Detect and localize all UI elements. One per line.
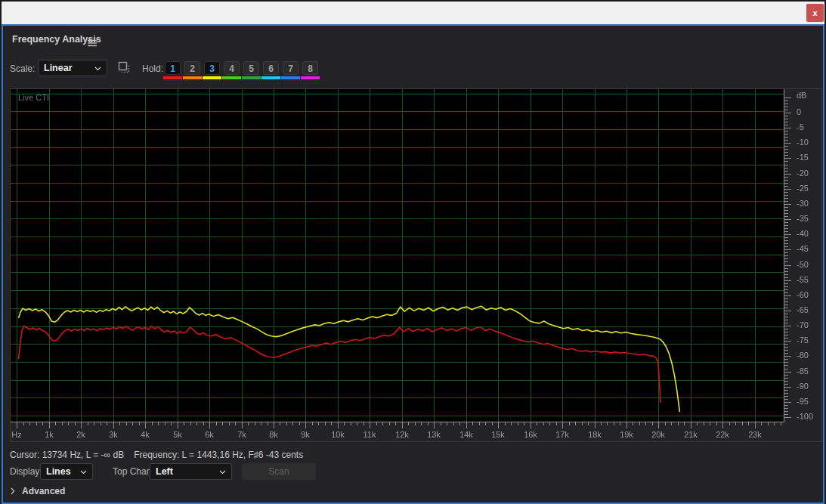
db-tick-label: -70 (797, 320, 809, 329)
hold-button-8[interactable]: 8 (302, 61, 318, 75)
db-tick-label: -85 (797, 366, 809, 376)
scale-dropdown[interactable]: Linear (38, 60, 107, 76)
db-tick-label: -15 (797, 153, 809, 162)
freq-tick-label: 6k (198, 430, 221, 439)
freq-tick-label: 1k (38, 430, 60, 439)
db-tick-label: -60 (797, 290, 809, 299)
freq-tick-label: 19k (615, 430, 638, 439)
freq-tick-label: 4k (134, 430, 156, 439)
freq-tick-label: 11k (358, 430, 381, 439)
freq-tick-label: 16k (519, 430, 542, 439)
advanced-toggle[interactable]: Advanced (11, 484, 65, 498)
top-channel-value: Left (156, 466, 173, 477)
db-unit-label: dB (797, 91, 806, 100)
scan-button[interactable]: Scan (242, 463, 316, 480)
freq-tick-label: 5k (166, 430, 189, 439)
db-tick-label: -35 (797, 214, 809, 223)
chevron-down-icon (219, 466, 226, 477)
db-tick-label: -95 (797, 397, 809, 406)
frequency-chart[interactable]: Live CTI dB0-5-10-15-20-25-30-35-40-45-5… (10, 88, 822, 442)
hold-label: Hold: (142, 63, 163, 74)
display-value: Lines (46, 466, 71, 477)
freq-tick-label: 21k (679, 430, 702, 439)
freq-tick-label: 23k (744, 430, 766, 439)
freq-tick-label: 18k (583, 430, 606, 439)
db-tick-label: -80 (797, 351, 809, 360)
frequency-status: Frequency: L = 1443,16 Hz, F♯6 -43 cents (134, 450, 303, 460)
db-tick-label: -50 (797, 260, 809, 269)
hold-button-1[interactable]: 1 (165, 61, 181, 75)
hold-color-bar-7 (281, 76, 300, 79)
chevron-down-icon (80, 466, 87, 477)
cursor-status: Cursor: 13734 Hz, L = -∞ dB (10, 450, 124, 460)
display-label: Display: (10, 466, 42, 477)
chevron-down-icon (94, 63, 101, 73)
freq-tick-label: 12k (391, 430, 413, 439)
panel-menu-icon[interactable] (88, 36, 97, 50)
db-tick-label: -65 (797, 305, 809, 314)
db-tick-label: 0 (797, 107, 801, 116)
hold-button-6[interactable]: 6 (263, 61, 279, 75)
frequency-plot-canvas[interactable] (11, 89, 821, 441)
hold-color-bar-3 (203, 76, 221, 79)
db-tick-label: -45 (797, 244, 809, 253)
db-tick-label: -25 (797, 184, 809, 193)
freq-tick-label: Hz (5, 430, 28, 439)
chart-overlay-label: Live CTI (18, 93, 49, 102)
hold-button-5[interactable]: 5 (243, 61, 259, 75)
db-tick-label: -40 (797, 229, 809, 238)
frequency-analysis-panel: Frequency Analysis Scale: Linear Hold: 1… (2, 24, 824, 504)
freq-tick-label: 2k (70, 430, 92, 439)
chevron-right-icon (11, 484, 15, 498)
db-tick-label: -20 (797, 169, 809, 178)
db-tick-label: -10 (797, 138, 809, 147)
scale-value: Linear (44, 63, 73, 73)
freq-tick-label: 20k (647, 430, 670, 439)
hold-color-bar-4 (222, 76, 241, 79)
scale-label: Scale: (10, 63, 35, 74)
freq-tick-label: 17k (551, 430, 574, 439)
freq-tick-label: 15k (487, 430, 509, 439)
hold-button-4[interactable]: 4 (224, 61, 240, 75)
db-tick-label: -90 (797, 382, 809, 391)
hold-button-7[interactable]: 7 (283, 61, 299, 75)
freq-tick-label: 3k (102, 430, 125, 439)
hold-color-bar-8 (301, 76, 320, 79)
db-tick-label: -100 (797, 412, 813, 421)
freq-tick-label: 22k (711, 430, 734, 439)
frequency-analysis-window: x Frequency Analysis Scale: Linear Hold:… (0, 0, 826, 504)
hold-color-bar-6 (261, 76, 280, 79)
window-close-button[interactable]: x (806, 4, 824, 22)
top-channel-dropdown[interactable]: Left (150, 463, 232, 480)
display-dropdown[interactable]: Lines (40, 463, 93, 480)
db-tick-label: -5 (797, 122, 804, 131)
freq-tick-label: 9k (294, 430, 317, 439)
db-tick-label: -30 (797, 199, 809, 208)
copy-graph-icon[interactable] (117, 60, 131, 74)
status-line: Cursor: 13734 Hz, L = -∞ dB Frequency: L… (10, 450, 303, 460)
freq-tick-label: 13k (422, 430, 445, 439)
window-titlebar[interactable]: x (2, 2, 824, 24)
hold-color-bar-2 (183, 76, 202, 79)
freq-tick-label: 7k (230, 430, 253, 439)
hold-button-2[interactable]: 2 (184, 61, 200, 75)
hold-color-bar-1 (163, 76, 182, 79)
hold-button-3[interactable]: 3 (204, 61, 220, 75)
freq-tick-label: 10k (326, 430, 349, 439)
advanced-label: Advanced (22, 486, 65, 496)
db-tick-label: -55 (797, 275, 809, 284)
hold-color-bar-5 (242, 76, 261, 79)
freq-tick-label: 8k (262, 430, 285, 439)
freq-tick-label: 14k (455, 430, 478, 439)
db-tick-label: -75 (797, 335, 809, 345)
